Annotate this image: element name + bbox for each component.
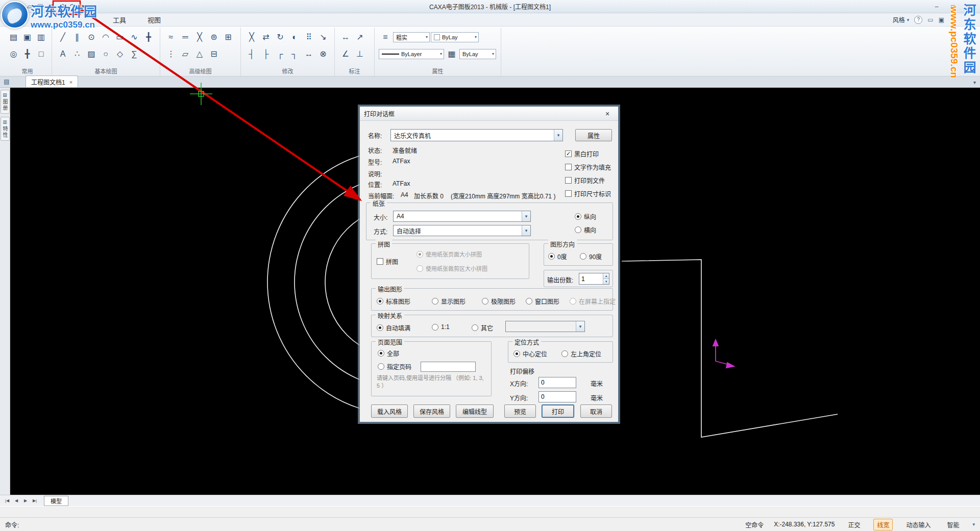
zoom-icon[interactable]: ◎: [7, 47, 20, 61]
window-panes-icon[interactable]: ▣: [939, 16, 944, 23]
sidebar-tab-sheets[interactable]: ▤ 图册: [1, 90, 10, 114]
save-file-icon[interactable]: ▤: [35, 2, 45, 12]
lineweight-combo[interactable]: 粗实 ▾: [393, 32, 430, 42]
checkbox[interactable]: [565, 177, 572, 184]
sidebar-tab-properties[interactable]: ▥ 特性: [1, 117, 10, 141]
edit-linetype-button[interactable]: 编辑线型: [456, 404, 494, 418]
tab-tools[interactable]: 工具: [110, 14, 129, 26]
document-icon[interactable]: ▤: [2, 77, 11, 86]
chevron-down-icon[interactable]: ▾: [972, 522, 975, 527]
first-sheet-button[interactable]: |◀: [3, 497, 11, 505]
prev-sheet-button[interactable]: ◀: [12, 497, 20, 505]
radio[interactable]: [526, 298, 532, 305]
paper-mode-dropdown[interactable]: 自动选择 ▾: [393, 225, 531, 236]
all-pages-radio[interactable]: 全部: [378, 349, 399, 358]
rotate-0-radio[interactable]: 0度: [548, 252, 567, 261]
quick-access-more-icon[interactable]: ▾: [78, 2, 88, 12]
trim-icon[interactable]: ┤: [245, 47, 258, 61]
erase-icon[interactable]: ╳: [245, 31, 258, 44]
parallel-line-icon[interactable]: ∥: [70, 31, 84, 44]
open-file-icon[interactable]: ▱: [24, 2, 35, 12]
lineweight-toggle[interactable]: 线宽: [873, 519, 893, 530]
model-tab[interactable]: 模型: [44, 496, 68, 506]
radio[interactable]: [482, 298, 488, 305]
portrait-radio[interactable]: 纵向: [575, 212, 596, 221]
format-brush-icon[interactable]: ▥: [35, 31, 47, 44]
radio-selected[interactable]: [377, 298, 383, 305]
wave-line-icon[interactable]: ≈: [164, 31, 178, 44]
radio-selected[interactable]: [377, 324, 383, 331]
triangle-icon[interactable]: △: [193, 47, 206, 61]
style-button[interactable]: 风格 ▾: [893, 15, 910, 24]
stretch-icon[interactable]: ↔: [302, 47, 315, 61]
print-preview-icon[interactable]: ▭: [927, 16, 933, 23]
dimension-icon[interactable]: ↔: [339, 31, 352, 44]
print-to-file-option[interactable]: 打印到文件: [565, 176, 605, 185]
pen-icon[interactable]: ≡: [379, 31, 392, 44]
center-line-icon[interactable]: ╋: [142, 31, 155, 44]
radio[interactable]: [580, 253, 586, 260]
tab-view[interactable]: 视图: [144, 14, 164, 26]
print-icon[interactable]: ▥: [46, 2, 56, 12]
radio-selected[interactable]: [575, 213, 581, 220]
point-icon[interactable]: ∴: [70, 47, 84, 61]
line-icon[interactable]: ╱: [56, 31, 69, 44]
pattern-fill-icon[interactable]: ⊞: [222, 31, 235, 44]
paper-size-dropdown[interactable]: A4 ▾: [393, 211, 531, 222]
linewidth-combo[interactable]: ByLay ▾: [459, 49, 496, 59]
smart-snap-toggle[interactable]: 智能: [944, 519, 962, 530]
arc-icon[interactable]: ◠: [99, 31, 112, 44]
close-tab-icon[interactable]: ×: [69, 79, 72, 85]
datum-icon[interactable]: ⊥: [353, 47, 366, 61]
select-icon[interactable]: □: [35, 47, 47, 61]
tile-checkbox-option[interactable]: 拼图: [377, 257, 398, 266]
stepper-down-icon[interactable]: ▾: [603, 279, 609, 284]
app-logo-icon[interactable]: ◈: [3, 2, 13, 12]
text-as-fill-option[interactable]: 文字作为填充: [565, 163, 611, 171]
spline-icon[interactable]: ∿: [128, 31, 141, 44]
dialog-close-icon[interactable]: ×: [601, 109, 614, 119]
offset-x-input[interactable]: [538, 377, 576, 388]
radio-selected[interactable]: [548, 253, 555, 260]
move-icon[interactable]: ⇄: [259, 31, 273, 44]
window-graphic-radio[interactable]: 窗口图形: [526, 297, 559, 306]
minimize-button[interactable]: –: [929, 2, 944, 11]
print-dialog-titlebar[interactable]: 打印对话框 ×: [360, 107, 618, 121]
offset-y-input[interactable]: [538, 391, 576, 402]
one-to-one-radio[interactable]: 1:1: [432, 323, 450, 331]
help-icon[interactable]: ?: [914, 16, 922, 24]
specify-pages-radio[interactable]: 指定页码: [378, 362, 411, 371]
redo-icon[interactable]: ↷: [67, 2, 78, 12]
copies-input[interactable]: [579, 273, 603, 284]
copies-stepper[interactable]: ▴ ▾: [579, 273, 609, 285]
auto-fill-radio[interactable]: 自动填满: [377, 323, 410, 332]
formula-icon[interactable]: ∑: [128, 47, 141, 61]
mirror-icon[interactable]: ◐: [288, 31, 301, 44]
chamfer-icon[interactable]: ┐: [288, 47, 301, 61]
contour-icon[interactable]: ⊚: [207, 31, 220, 44]
checkbox-checked[interactable]: ✓: [565, 150, 572, 157]
cancel-button[interactable]: 取消: [580, 404, 612, 418]
break-line-icon[interactable]: ╳: [193, 31, 206, 44]
radio-selected[interactable]: [513, 350, 520, 357]
checkbox[interactable]: [377, 258, 383, 265]
top-left-position-radio[interactable]: 左上角定位: [561, 349, 601, 358]
center-position-radio[interactable]: 中心定位: [513, 349, 547, 358]
dynamic-input-toggle[interactable]: 动态输入: [903, 519, 934, 530]
tab-list-icon[interactable]: ▾: [973, 80, 976, 87]
bw-print-option[interactable]: ✓ 黑白打印: [565, 149, 599, 158]
print-dim-mark-option[interactable]: 打印尺寸标识: [565, 189, 611, 198]
layers-icon[interactable]: ▦: [445, 47, 458, 61]
preview-button[interactable]: 预览: [504, 404, 536, 418]
last-sheet-button[interactable]: ▶|: [31, 497, 39, 505]
copy-icon[interactable]: ▣: [21, 31, 34, 44]
angle-dimension-icon[interactable]: ∠: [339, 47, 352, 61]
page-numbers-input[interactable]: [421, 362, 476, 372]
stepper-up-icon[interactable]: ▴: [603, 273, 609, 279]
checkbox[interactable]: [565, 164, 572, 170]
explode-icon[interactable]: ⊗: [316, 47, 330, 61]
array-icon[interactable]: ⠿: [302, 31, 315, 44]
radio[interactable]: [432, 298, 438, 305]
load-style-button[interactable]: 载入风格: [371, 404, 408, 418]
point-array-icon[interactable]: ⋮: [164, 47, 178, 61]
